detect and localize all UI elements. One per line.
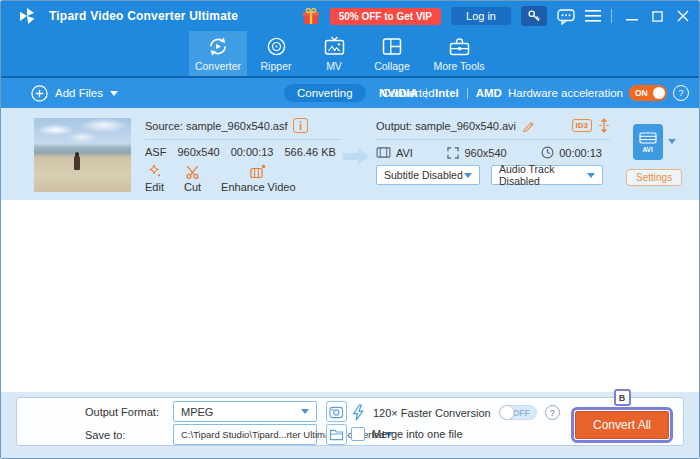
hardware-acceleration-group: NVIDIA Intel AMD Hardware acceleration O… <box>379 78 689 108</box>
source-duration: 00:00:13 <box>231 146 274 158</box>
add-files-button[interactable]: Add Files <box>31 85 118 102</box>
rename-pencil-icon[interactable] <box>522 119 535 132</box>
file-list-empty-area <box>1 200 699 392</box>
chevron-down-icon <box>110 91 118 96</box>
enhance-icon <box>250 164 266 179</box>
source-resolution: 960x540 <box>177 146 219 158</box>
enhance-label: Enhance Video <box>221 181 295 193</box>
tab-ripper[interactable]: Ripper <box>247 31 305 76</box>
output-profile-button[interactable]: AVI <box>633 124 663 160</box>
edit-sparkle-icon <box>147 164 162 179</box>
app-title: Tipard Video Converter Ultimate <box>49 9 238 23</box>
faster-conversion-toggle[interactable]: OFF <box>499 405 537 420</box>
resolution-expand-icon <box>447 147 459 159</box>
toggle-knob <box>500 406 514 419</box>
clock-icon <box>541 146 554 159</box>
profile-device-icon[interactable] <box>326 401 347 422</box>
output-format-label: Output Format: <box>85 406 173 418</box>
annotation-overlay: B Convert All <box>571 389 673 443</box>
register-key-button[interactable] <box>521 6 547 26</box>
edit-button[interactable]: Edit <box>145 164 164 193</box>
convert-arrow-icon <box>343 146 370 167</box>
film-icon <box>376 147 391 158</box>
profile-chevron-icon[interactable] <box>668 139 676 144</box>
gpu-separator <box>426 88 427 99</box>
gpu-nvidia-label: NVIDIA <box>379 87 418 99</box>
divider <box>145 139 341 140</box>
open-folder-icon[interactable] <box>326 424 347 445</box>
plus-circle-icon <box>31 85 48 102</box>
gpu-amd-label: AMD <box>476 87 502 99</box>
output-duration: 00:00:13 <box>559 147 602 159</box>
close-icon[interactable] <box>677 10 689 22</box>
faster-conversion-label: 120× Faster Conversion <box>373 407 491 419</box>
minimize-icon[interactable] <box>626 10 638 22</box>
toggle-state-label: OFF <box>513 408 530 418</box>
output-filename: Output: sample_960x540.avi <box>376 120 516 132</box>
file-list-item: Source: sample_960x540.asf ASF 960x540 0… <box>1 108 699 200</box>
vip-offer-badge[interactable]: 50% OFF to Get VIP <box>330 8 441 25</box>
maximize-icon[interactable] <box>652 11 663 22</box>
gift-icon[interactable] <box>302 7 320 25</box>
toggle-state-label: ON <box>635 88 648 98</box>
hw-accel-toggle[interactable]: ON <box>629 85 667 101</box>
source-format: ASF <box>145 146 166 158</box>
save-path-dropdown[interactable]: C:\Tipard Studio\Tipard...rter Ultimate\… <box>173 424 317 445</box>
menu-icon[interactable] <box>585 10 601 22</box>
app-logo-icon <box>17 6 37 26</box>
hw-accel-label: Hardware acceleration <box>508 87 623 99</box>
subtitle-value: Subtitle Disabled <box>384 169 463 181</box>
settings-button[interactable]: Settings <box>626 169 682 186</box>
source-filename: Source: sample_960x540.asf <box>145 120 287 132</box>
tab-collage[interactable]: Collage <box>363 31 421 76</box>
gpu-intel-label: Intel <box>435 87 459 99</box>
scissors-icon <box>185 164 200 179</box>
annotation-b-badge: B <box>614 389 631 406</box>
help-icon[interactable]: ? <box>545 405 560 420</box>
tab-mv[interactable]: MV <box>305 31 363 76</box>
lightning-icon <box>351 404 365 421</box>
save-to-label: Save to: <box>85 429 173 441</box>
source-size: 566.46 KB <box>284 146 335 158</box>
help-icon[interactable]: ? <box>673 85 689 101</box>
title-bar: Tipard Video Converter Ultimate 50% OFF … <box>1 1 699 31</box>
titlebar-separator <box>611 9 612 23</box>
toolbox-icon <box>448 36 471 57</box>
converting-tab[interactable]: Converting <box>284 84 366 102</box>
tab-label: Collage <box>374 60 410 72</box>
feedback-icon[interactable] <box>557 8 575 25</box>
disc-icon <box>266 36 287 57</box>
convert-all-button[interactable]: Convert All <box>575 411 669 439</box>
collage-grid-icon <box>381 36 403 57</box>
app-window: Tipard Video Converter Ultimate 50% OFF … <box>0 0 700 459</box>
reorder-arrows-icon[interactable] <box>598 118 610 133</box>
cut-button[interactable]: Cut <box>184 164 201 193</box>
add-files-label: Add Files <box>55 87 103 99</box>
info-icon[interactable] <box>293 118 308 133</box>
merge-label: Merge into one file <box>372 428 463 440</box>
main-tab-bar: Converter Ripper MV <box>1 31 699 78</box>
audio-value: Audio Track Disabled <box>499 163 587 187</box>
login-button[interactable]: Log in <box>451 7 511 25</box>
id3-tag-button[interactable]: ID3 <box>572 119 592 132</box>
merge-checkbox[interactable] <box>351 427 365 441</box>
output-format-dropdown[interactable]: MPEG <box>173 401 317 422</box>
gpu-separator <box>467 88 468 99</box>
divider <box>376 139 610 140</box>
tv-media-icon <box>323 36 346 57</box>
subtitle-dropdown[interactable]: Subtitle Disabled <box>376 165 480 185</box>
thumbnail-person <box>74 156 80 170</box>
tab-label: MV <box>326 60 342 72</box>
tab-converter[interactable]: Converter <box>189 31 247 76</box>
audio-track-dropdown[interactable]: Audio Track Disabled <box>491 165 603 185</box>
output-resolution: 960x540 <box>464 147 506 159</box>
bottom-bar: Output Format: MPEG Save to: C:\Tipard S… <box>1 392 699 458</box>
chevron-down-icon <box>464 173 472 178</box>
edit-label: Edit <box>145 181 164 193</box>
annotation-highlight-border: Convert All <box>571 407 673 443</box>
chevron-down-icon <box>587 173 595 178</box>
tab-label: More Tools <box>433 60 484 72</box>
enhance-video-button[interactable]: Enhance Video <box>221 164 295 193</box>
tab-more-tools[interactable]: More Tools <box>421 31 497 76</box>
output-format-value: MPEG <box>181 406 213 418</box>
